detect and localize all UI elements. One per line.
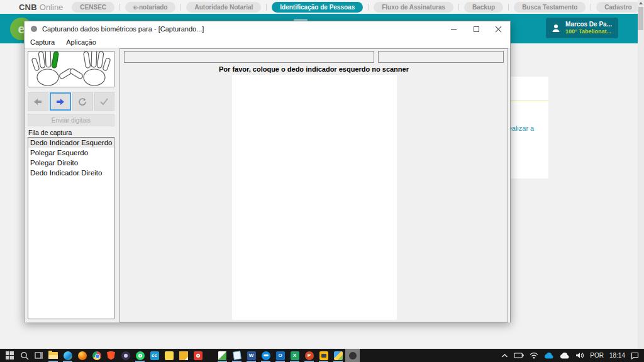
green-doc-button[interactable] [215, 349, 230, 362]
left-index-finger-highlighted [52, 52, 58, 69]
brand-online: Online [40, 3, 64, 12]
red-record-button[interactable] [191, 349, 205, 362]
notepad-button[interactable] [230, 349, 244, 362]
task-view-button[interactable] [31, 349, 46, 362]
close-button[interactable] [487, 21, 510, 36]
refresh-icon [78, 97, 87, 106]
chevron-up-icon [501, 353, 508, 358]
menu-captura[interactable]: Captura [25, 38, 60, 46]
tab-censec[interactable]: CENSEC [72, 2, 114, 13]
sticky-notes-button[interactable] [162, 349, 176, 362]
tab-identificacao-de-pessoas[interactable]: Identificação de Pessoas [272, 2, 363, 13]
next-finger-button[interactable] [50, 92, 72, 111]
edge-button[interactable] [60, 349, 75, 362]
file-explorer-button[interactable] [46, 349, 60, 362]
scrollbar-thumb[interactable] [638, 7, 643, 30]
queue-item-dedo-indicador-direito[interactable]: Dedo Indicador Direito [28, 168, 114, 178]
tor-browser-button[interactable] [118, 349, 133, 362]
colorful-app-button[interactable] [331, 349, 345, 362]
queue-item-polegar-direito[interactable]: Polegar Direito [28, 158, 114, 168]
maximize-button[interactable] [465, 21, 487, 36]
tab-separator [368, 4, 369, 11]
cc-app-button[interactable]: cc [147, 349, 162, 362]
tab-backup[interactable]: Backup [464, 2, 503, 13]
hands-illustration [28, 51, 114, 87]
start-icon [6, 351, 14, 359]
previous-finger-button[interactable] [28, 92, 48, 111]
edge-icon [64, 351, 72, 360]
tab-e-notariado[interactable]: e-notariado [125, 2, 175, 13]
screen: CNB Online CENSEC e-notariado Autoridade… [0, 0, 644, 362]
status-bar-right [378, 51, 504, 63]
scrollbar-up-arrow-icon[interactable] [639, 2, 643, 4]
tab-autoridade-notarial[interactable]: Autoridade Notarial [186, 2, 261, 13]
onedrive-cloud-icon [544, 353, 554, 359]
firefox-icon [78, 351, 87, 360]
minimize-button[interactable] [442, 21, 465, 36]
folded-note-button[interactable] [176, 349, 191, 362]
folded-note-icon [179, 351, 188, 360]
app-icon [31, 26, 37, 32]
language-indicator[interactable]: POR [590, 352, 604, 359]
tab-cadastro[interactable]: Cadastro [596, 2, 640, 13]
fingerprint-scan-preview [232, 75, 397, 320]
firefox-button[interactable] [75, 349, 89, 362]
dialog-titlebar[interactable]: Capturando dados biométricos para - [Cap… [25, 21, 510, 36]
dialog-title: Capturando dados biométricos para - [Cap… [42, 25, 442, 33]
maximize-icon [474, 26, 479, 32]
chrome-icon [92, 351, 101, 360]
biometrics-app-button[interactable] [345, 349, 360, 362]
whatsapp-button[interactable] [133, 349, 147, 362]
powerpoint-button[interactable]: P [302, 349, 316, 362]
colorful-app-icon [334, 351, 343, 360]
wifi-icon [530, 352, 538, 359]
retry-capture-button[interactable] [72, 92, 93, 111]
volume-control[interactable] [575, 352, 584, 359]
page-scrollbar[interactable] [638, 0, 644, 349]
start-button[interactable] [3, 349, 17, 362]
search-button[interactable] [17, 349, 31, 362]
confirm-capture-button[interactable] [94, 92, 115, 111]
action-center-button[interactable] [631, 352, 639, 359]
biometric-capture-dialog: Capturando dados biométricos para - [Cap… [24, 21, 511, 322]
whatsapp-icon [136, 351, 145, 360]
windows-taskbar: cc W O X P [0, 349, 644, 362]
notepad-icon [233, 351, 242, 360]
user-badge[interactable]: Marcos De Pa... 100° Tabelionat... [546, 18, 618, 38]
network-status[interactable] [530, 352, 538, 359]
outlook-icon: O [276, 351, 285, 360]
outlook-button[interactable]: O [273, 349, 287, 362]
word-button[interactable]: W [244, 349, 258, 362]
user-avatar-icon [551, 23, 561, 33]
user-name: Marcos De Pa... [565, 21, 612, 28]
chrome-button[interactable] [89, 349, 104, 362]
clock[interactable]: 18:14 [609, 352, 625, 359]
task-view-icon [35, 351, 43, 359]
yellow-camera-button[interactable] [316, 349, 331, 362]
dialog-menubar: Captura Aplicação [25, 36, 510, 48]
top-navigation-bar: CNB Online CENSEC e-notariado Autoridade… [0, 0, 644, 14]
green-doc-icon [218, 351, 226, 360]
tab-fluxo-de-assinaturas[interactable]: Fluxo de Assinaturas [374, 2, 453, 13]
queue-item-dedo-indicador-esquerdo[interactable]: Dedo Indicador Esquerdo [28, 138, 114, 148]
capture-queue-list[interactable]: Dedo Indicador Esquerdo Polegar Esquerdo… [28, 137, 114, 319]
sticky-note-icon [165, 351, 174, 360]
send-fingerprints-button[interactable]: Enviar digitais [28, 114, 114, 126]
tab-separator [266, 4, 267, 11]
teamviewer-button[interactable] [258, 349, 273, 362]
show-hidden-icons-button[interactable] [501, 353, 508, 358]
finger-navigation-buttons [28, 92, 114, 111]
capture-instruction: Por favor, coloque o dedo indicador esqu… [120, 65, 508, 73]
user-role: 100° Tabelionat... [565, 28, 612, 35]
queue-item-polegar-esquerdo[interactable]: Polegar Esquerdo [28, 148, 114, 158]
battery-status[interactable] [514, 353, 524, 358]
onedrive-status[interactable] [544, 353, 554, 359]
excel-button[interactable]: X [287, 349, 302, 362]
menu-aplicacao[interactable]: Aplicação [60, 38, 102, 46]
tab-busca-testamento[interactable]: Busca Testamento [514, 2, 586, 13]
yellow-camera-icon [319, 351, 328, 360]
biometrics-app-icon [349, 352, 357, 359]
brave-button[interactable] [104, 349, 118, 362]
cloud-sync-status[interactable] [560, 353, 570, 359]
teamviewer-icon [262, 351, 270, 360]
